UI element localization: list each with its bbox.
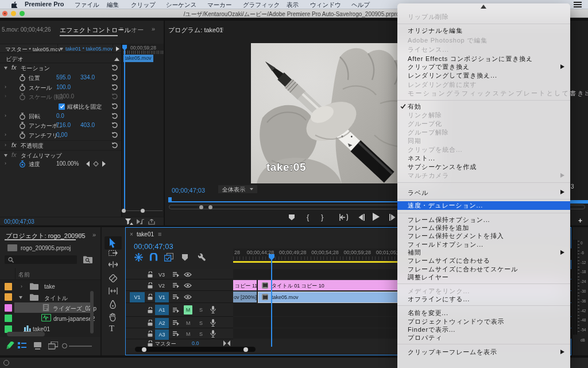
- svg-text:take:05: take:05: [266, 161, 306, 173]
